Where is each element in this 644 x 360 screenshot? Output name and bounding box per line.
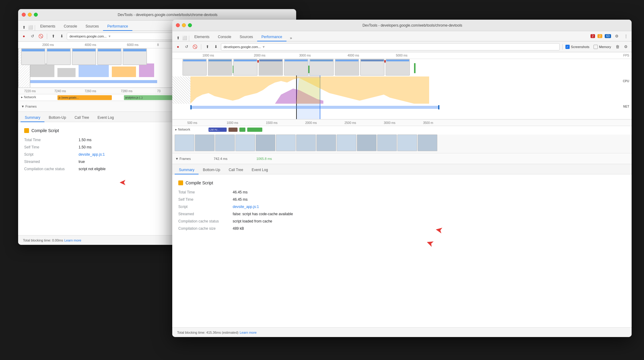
url-text-back: developers.google.com...: [70, 34, 107, 38]
tab-bottomup-front[interactable]: Bottom-Up: [199, 166, 224, 174]
reload-icon-front[interactable]: ↺: [183, 44, 190, 50]
download-icon-front[interactable]: ⬇: [212, 44, 219, 50]
tick2-500-front: 500 ms: [187, 121, 197, 125]
tick2-1000-front: 1000 ms: [227, 121, 238, 125]
warning-badge: 2: [597, 34, 602, 38]
script-label-back: Script: [24, 152, 79, 157]
tab-console-back[interactable]: Console: [60, 22, 81, 31]
cursor-icon-front[interactable]: ⬆: [175, 34, 181, 41]
trash-icon-front[interactable]: 🗑: [614, 44, 621, 50]
tab-calltree-front[interactable]: Call Tree: [225, 166, 248, 174]
streamed-label-front: Streamed: [178, 212, 233, 216]
tick-7240-back: 7240 ms: [54, 89, 66, 93]
tick-7280-back: 7280 ms: [121, 89, 132, 93]
tab-eventlog-front[interactable]: Event Log: [248, 166, 272, 174]
more-icon-front[interactable]: ⋮: [623, 33, 629, 39]
url-dropdown-front[interactable]: ▼: [262, 45, 265, 49]
frame-t2: [195, 135, 215, 151]
url-dropdown-back[interactable]: ▼: [108, 34, 111, 38]
svg-rect-9: [57, 68, 76, 77]
tab-elements-front[interactable]: Elements: [190, 33, 214, 41]
tick2-3500-front: 3500 m: [423, 121, 433, 125]
frame-t13: [418, 135, 437, 151]
tick-2000-back: 2000 ms: [42, 43, 54, 47]
minimize-button-back[interactable]: [28, 13, 32, 17]
tab-elements-back[interactable]: Elements: [36, 22, 60, 31]
settings-icon-front[interactable]: ⚙: [613, 33, 620, 39]
screenshot-1-back: [21, 48, 45, 65]
frame-t4: [235, 135, 255, 151]
tab-bottomup-back[interactable]: Bottom-Up: [44, 114, 70, 122]
memory-checkbox[interactable]: [594, 45, 598, 49]
perf-area-front: 1000 ms 2000 ms 3000 ms 4000 ms 5000 ms …: [172, 52, 632, 337]
clear-icon-back[interactable]: 🚫: [37, 33, 44, 40]
tab-summary-front[interactable]: Summary: [175, 166, 199, 174]
close-button-front[interactable]: [176, 23, 180, 27]
compile-header-front: Compile Script: [178, 180, 626, 185]
frames-bar-front: ▼ Frames 742.4 ms 1065.8 ms: [172, 153, 632, 164]
screenshot-3-back: [72, 48, 96, 65]
screenshots-checkbox[interactable]: ✓: [565, 45, 570, 49]
script-link-back[interactable]: devsite_app.js:1: [79, 152, 105, 157]
tab-eventlog-back[interactable]: Event Log: [93, 114, 118, 122]
screenshot-2-back: [47, 48, 71, 65]
cache-value-back: script not eligible: [79, 167, 105, 171]
svg-rect-13: [30, 80, 157, 83]
minimize-button-front[interactable]: [182, 23, 186, 27]
frame-t8: [316, 135, 336, 151]
info-count: 63: [605, 34, 611, 38]
record-icon-front[interactable]: ●: [175, 44, 181, 50]
reload-icon-back[interactable]: ↺: [29, 33, 36, 40]
network-n2: [228, 128, 238, 132]
flame-chart-front: ▸ Network List Ac...: [172, 126, 632, 153]
tab-summary-back[interactable]: Summary: [21, 114, 44, 122]
clear-icon-front[interactable]: 🚫: [192, 44, 198, 50]
tab-performance-front[interactable]: Performance: [257, 33, 286, 41]
network-n1: List Ac...: [209, 128, 227, 132]
learn-more-link-back[interactable]: Learn more: [64, 238, 81, 242]
window-title-back: DevTools - developers.google.com/web/too…: [43, 13, 293, 17]
cache-size-row-front: Compilation cache size 489 kB: [178, 226, 626, 231]
tick-5000-front: 5000 ms: [396, 54, 407, 57]
more-tabs-icon[interactable]: »: [288, 34, 294, 41]
svg-rect-44: [190, 106, 438, 109]
record-icon-back[interactable]: ●: [21, 33, 27, 40]
frame-t5: [256, 135, 275, 151]
status-text-back: Total blocking time: 0.00ms: [23, 238, 63, 242]
tab-performance-back[interactable]: Performance: [103, 22, 132, 31]
net-chart-front: [172, 104, 632, 110]
frames-label-front: ▼ Frames: [175, 157, 191, 161]
error-count: 2: [591, 34, 595, 38]
upload-icon-back[interactable]: ⬆: [50, 33, 57, 40]
learn-more-link-front[interactable]: Learn more: [240, 331, 257, 334]
tab-calltree-back[interactable]: Call Tree: [70, 114, 93, 122]
gear-icon-front[interactable]: ⚙: [623, 44, 629, 50]
close-button-back[interactable]: [22, 13, 26, 17]
div2-front: [201, 44, 201, 50]
maximize-button-front[interactable]: [188, 23, 192, 27]
cache-label-back: Compilation cache status: [24, 167, 79, 171]
tab-sources-back[interactable]: Sources: [81, 22, 103, 31]
responsive-icon-back[interactable]: ⬜: [27, 24, 34, 31]
upload-icon-front[interactable]: ⬆: [204, 44, 211, 50]
network-label-back: ▸ Network: [21, 95, 36, 99]
tab-console-front[interactable]: Console: [214, 33, 235, 41]
filmstrip-front: [172, 59, 632, 76]
frame-t10: [357, 135, 377, 151]
cursor-icon-back[interactable]: ⬆: [21, 24, 27, 31]
maximize-button-back[interactable]: [34, 13, 38, 17]
download-icon-back[interactable]: ⬇: [58, 33, 65, 40]
streamed-value-front: false: script has code-cache available: [233, 212, 293, 216]
url-bar-front[interactable]: developers.google.com... ▼: [221, 43, 560, 50]
title-bar-back: DevTools - developers.google.com/web/too…: [18, 9, 296, 21]
network-item2-back: analytics.js (..): [124, 95, 172, 100]
tick-7260-back: 7260 ms: [85, 89, 96, 93]
responsive-icon-front[interactable]: ⬜: [181, 34, 188, 41]
cache-size-value-front: 489 kB: [233, 226, 244, 231]
script-link-front[interactable]: devsite_app.js:1: [233, 205, 259, 209]
warning-count: 2: [597, 34, 602, 38]
title-bar-front: DevTools - developers.google.com/web/too…: [172, 20, 632, 31]
tick-4000-front: 4000 ms: [348, 54, 359, 57]
tab-sources-front[interactable]: Sources: [235, 33, 257, 41]
metrics-area-front: CPU NET: [172, 59, 632, 119]
